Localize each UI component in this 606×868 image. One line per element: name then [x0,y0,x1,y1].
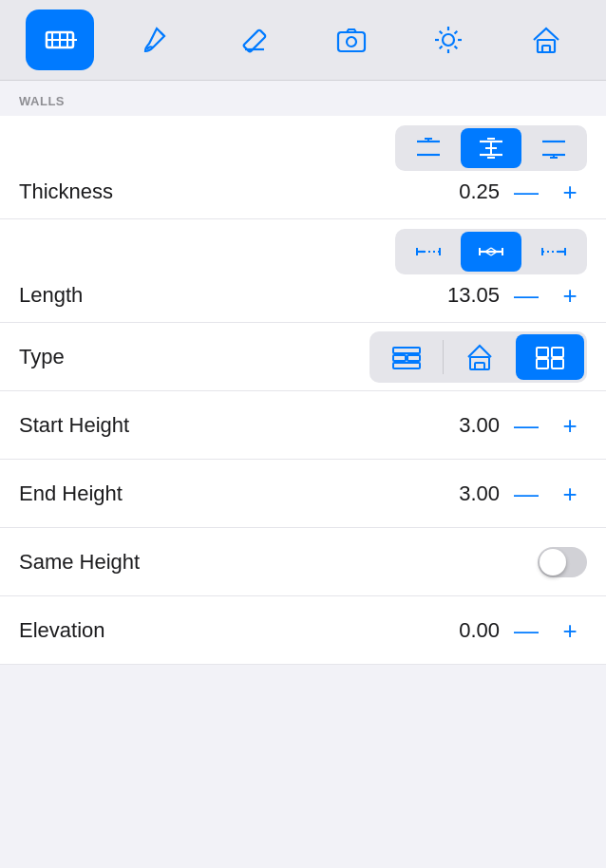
end-height-plus-icon: + [562,481,577,506]
same-height-toggle[interactable] [538,547,587,577]
elevation-increment[interactable]: + [553,613,587,648]
svg-rect-20 [542,46,550,52]
svg-rect-8 [338,32,365,51]
svg-point-9 [347,37,356,47]
type-btn-brick[interactable] [372,334,441,380]
elevation-decrement[interactable]: — [509,613,543,648]
end-height-minus-icon: — [514,481,539,506]
toolbar-item-home[interactable] [512,9,580,70]
length-increment[interactable]: + [553,278,587,312]
toggle-knob [540,549,566,576]
section-label: WALLS [19,94,65,108]
type-btn-grid[interactable] [516,334,584,380]
elevation-label: Elevation [19,618,105,643]
svg-rect-52 [393,355,406,361]
length-segment-center[interactable] [461,232,521,272]
thickness-controls: 0.25 — + [443,175,587,209]
length-controls: 13.05 — + [443,278,587,312]
length-segment-left[interactable] [398,232,459,272]
svg-rect-53 [407,355,420,361]
start-height-row: Start Height 3.00 — + [0,391,606,460]
elevation-value: 0.00 [443,618,500,643]
type-segment-control [369,331,587,383]
length-decrement[interactable]: — [509,278,543,312]
toolbar [0,0,606,81]
svg-line-17 [455,31,458,34]
type-btn-house[interactable] [445,334,514,380]
thickness-minus-icon: — [514,179,539,204]
thickness-plus-icon: + [562,179,577,204]
end-height-decrement[interactable]: — [509,477,543,511]
length-label: Length [19,283,83,308]
start-height-controls: 3.00 — + [443,408,587,443]
svg-rect-56 [475,363,484,369]
properties-list: Thickness 0.25 — + [0,116,606,665]
type-row: Type [0,323,606,391]
svg-line-15 [440,31,443,34]
toolbar-item-brush[interactable] [123,9,191,70]
svg-rect-57 [537,348,548,357]
thickness-segment-control [395,125,587,171]
start-height-increment[interactable]: + [553,408,587,443]
thickness-increment[interactable]: + [553,175,587,209]
toolbar-item-eraser[interactable] [220,9,289,70]
end-height-label: End Height [19,481,123,506]
length-row: Length 13.05 — + [0,219,606,323]
svg-point-10 [443,34,454,46]
svg-line-16 [455,47,458,49]
thickness-segment-center[interactable] [461,128,521,168]
elevation-minus-icon: — [514,618,539,643]
length-minus-icon: — [514,283,539,308]
svg-rect-59 [537,359,548,368]
svg-rect-54 [393,363,420,368]
thickness-segment-top[interactable] [398,128,459,168]
start-height-label: Start Height [19,413,129,438]
thickness-segment-bottom[interactable] [523,128,584,168]
start-height-minus-icon: — [514,413,539,438]
length-segment-control [395,229,587,274]
svg-rect-58 [552,348,563,357]
toolbar-item-measure[interactable] [26,9,94,70]
thickness-label: Thickness [19,179,113,204]
length-segment-right[interactable] [523,232,584,272]
thickness-decrement[interactable]: — [509,175,543,209]
svg-rect-51 [393,348,420,353]
start-height-decrement[interactable]: — [509,408,543,443]
thickness-value: 0.25 [443,179,500,204]
section-header: WALLS [0,81,606,116]
end-height-increment[interactable]: + [553,477,587,511]
svg-line-18 [440,47,443,49]
end-height-controls: 3.00 — + [443,477,587,511]
svg-rect-60 [552,359,563,368]
toolbar-item-light[interactable] [414,9,483,70]
start-height-value: 3.00 [443,413,500,438]
thickness-row: Thickness 0.25 — + [0,116,606,219]
elevation-row: Elevation 0.00 — + [0,596,606,665]
end-height-value: 3.00 [443,481,500,506]
type-label: Type [19,345,65,369]
length-value: 13.05 [443,283,500,308]
same-height-row: Same Height [0,528,606,596]
toolbar-item-camera[interactable] [317,9,386,70]
type-divider [443,340,444,374]
same-height-label: Same Height [19,550,140,575]
start-height-plus-icon: + [562,413,577,438]
elevation-controls: 0.00 — + [443,613,587,648]
svg-line-5 [161,32,164,36]
elevation-plus-icon: + [562,618,577,643]
end-height-row: End Height 3.00 — + [0,460,606,528]
length-plus-icon: + [562,283,577,308]
